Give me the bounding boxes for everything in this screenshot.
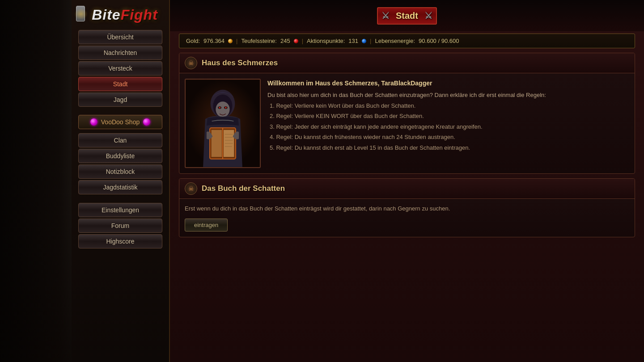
sidebar-item-clan[interactable]: Clan: [78, 133, 162, 147]
creature-image: [185, 79, 261, 168]
haus-content: Willkommen im Haus des Schmerzes, TaraBl…: [185, 79, 629, 168]
haus-rule-5: 5. Regel: Du kannst dich erst ab Level 1…: [270, 143, 629, 152]
main-content: ☠ Haus des Schmerzes: [170, 51, 644, 362]
sidebar-item-versteck[interactable]: Versteck: [78, 61, 162, 76]
buch-header: ☠ Das Buch der Schatten: [179, 179, 635, 199]
haus-title: Haus des Schmerzes: [202, 59, 278, 67]
haus-header: ☠ Haus des Schmerzes: [179, 53, 635, 73]
buch-body: Erst wenn du dich in das Buch der Schatt…: [179, 199, 635, 237]
action-label: Aktionspunkte:: [307, 38, 345, 44]
buch-text: Erst wenn du dich in das Buch der Schatt…: [185, 204, 629, 213]
buch-title: Das Buch der Schatten: [202, 184, 285, 193]
haus-text-area: Willkommen im Haus des Schmerzes, TaraBl…: [267, 79, 629, 168]
haus-rule-1: 1. Regel: Verliere kein Wort über das Bu…: [270, 101, 629, 110]
stats-bar: Gold: 976.364 | Teufelssteine: 245 | Akt…: [179, 34, 635, 48]
logo-fight: Fight: [121, 7, 158, 23]
devil-value: 245: [280, 38, 290, 44]
sidebar-item-forum[interactable]: Forum: [78, 219, 162, 233]
app-logo: BiteFight: [92, 7, 158, 23]
sep1: |: [236, 38, 237, 44]
svg-rect-12: [212, 130, 222, 157]
page-title-text: Stadt: [396, 11, 418, 21]
haus-icon: ☠: [185, 57, 197, 69]
voodoo-label: VooDoo Shop: [101, 118, 140, 126]
sidebar-item-jagdstatistik[interactable]: Jagdstatistik: [78, 180, 162, 194]
top-decoration: Stadt: [170, 0, 644, 31]
sep2: |: [302, 38, 303, 44]
sidebar-item-uebersicht[interactable]: Übersicht: [78, 30, 162, 44]
devil-gem-icon: [294, 39, 298, 43]
sidebar-item-highscore[interactable]: Highscore: [78, 234, 162, 248]
logo-area: BiteFight: [72, 0, 169, 28]
sidebar-item-buddyliste[interactable]: Buddyliste: [78, 149, 162, 163]
haus-intro: Du bist also hier um dich in das Buch de…: [267, 91, 629, 100]
sidebar-item-stadt[interactable]: Stadt: [78, 77, 162, 91]
svg-point-7: [225, 107, 227, 109]
nav-secondary: Clan Buddyliste Notizblock Jagdstatistik: [72, 131, 169, 197]
gold-label: Gold:: [186, 38, 200, 44]
haus-rule-3: 3. Regel: Jeder der sich einträgt kann j…: [270, 122, 629, 131]
nav-primary: Übersicht Nachrichten Versteck Stadt Jag…: [72, 28, 169, 109]
logo-bite: Bite: [92, 7, 120, 23]
haus-body: Willkommen im Haus des Schmerzes, TaraBl…: [179, 73, 635, 173]
eintragen-button[interactable]: eintragen: [185, 219, 228, 232]
sidebar-item-nachrichten[interactable]: Nachrichten: [78, 46, 162, 60]
action-value: 131: [348, 38, 358, 44]
life-value: 90.600 / 90.600: [419, 38, 459, 44]
action-gem-icon: [362, 39, 366, 43]
nav-tertiary: Einstellungen Forum Highscore: [72, 201, 169, 251]
buch-icon: ☠: [185, 182, 197, 195]
creature-svg: [186, 80, 260, 167]
gold-gem-icon: [228, 39, 233, 43]
life-label: Lebensenergie:: [375, 38, 415, 44]
page-title: Stadt: [377, 7, 437, 25]
haus-rule-4: 4. Regel: Du kannst dich frühestens wied…: [270, 133, 629, 142]
content-area: Stadt Gold: 976.364 | Teufelssteine: 245…: [170, 0, 644, 362]
sidebar-item-einstellungen[interactable]: Einstellungen: [78, 203, 162, 217]
sidebar: BiteFight Übersicht Nachrichten Versteck…: [72, 0, 170, 362]
voodoo-gem-icon-right: [143, 118, 150, 126]
voodoo-gem-icon: [90, 118, 97, 126]
sidebar-item-jagd[interactable]: Jagd: [78, 93, 162, 107]
haus-rule-2: 2. Regel: Verliere KEIN WORT über das Bu…: [270, 112, 629, 121]
haus-panel: ☠ Haus des Schmerzes: [179, 53, 635, 174]
sidebar-item-notizblock[interactable]: Notizblock: [78, 164, 162, 179]
svg-point-6: [219, 107, 220, 109]
buch-panel: ☠ Das Buch der Schatten Erst wenn du dic…: [179, 178, 635, 237]
sep3: |: [370, 38, 371, 44]
devil-label: Teufelssteine:: [241, 38, 277, 44]
sidebar-item-voodoo[interactable]: VooDoo Shop: [78, 115, 162, 129]
haus-welcome: Willkommen im Haus des Schmerzes, TaraBl…: [267, 79, 629, 88]
main-container: BiteFight Übersicht Nachrichten Versteck…: [72, 0, 644, 362]
lantern-icon: [74, 2, 87, 27]
gold-value: 976.364: [203, 38, 225, 44]
